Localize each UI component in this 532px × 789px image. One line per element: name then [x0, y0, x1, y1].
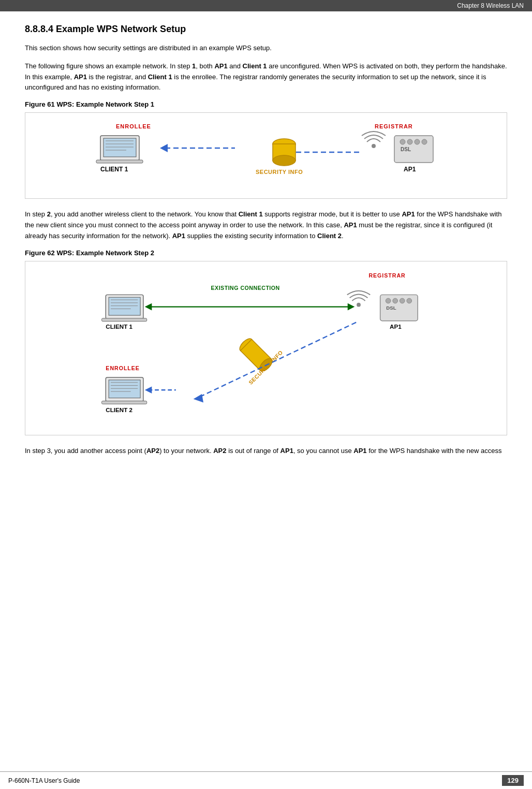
section-number: 8.8.8.4 — [25, 24, 53, 34]
svg-text:CLIENT 1: CLIENT 1 — [100, 166, 128, 173]
page: Chapter 8 Wireless LAN 8.8.8.4 Example W… — [0, 0, 532, 789]
svg-text:AP1: AP1 — [390, 323, 402, 330]
section-title: Example WPS Network Setup — [56, 24, 186, 34]
svg-text:REGISTRAR: REGISTRAR — [368, 272, 405, 279]
paragraph-2: The following figure shows an example ne… — [25, 61, 507, 93]
svg-text:ENROLLEE: ENROLLEE — [106, 364, 140, 371]
svg-rect-29 — [102, 318, 147, 321]
figure-62-label: Figure 62 WPS: Example Network Step 2 — [25, 249, 507, 257]
svg-point-38 — [357, 302, 361, 306]
svg-rect-55 — [102, 401, 147, 404]
page-number: 129 — [502, 775, 524, 786]
figure-62-diagram: REGISTRAR EXISTING CONNECTION CLIENT 1 — [38, 270, 494, 425]
svg-text:CLIENT 1: CLIENT 1 — [106, 323, 132, 330]
figure-61-label: Figure 61 WPS: Example Network Step 1 — [25, 100, 507, 108]
svg-text:SECURITY INFO: SECURITY INFO — [256, 169, 303, 175]
svg-marker-62 — [145, 386, 152, 393]
chapter-title: Chapter 8 Wireless LAN — [457, 2, 524, 9]
svg-point-44 — [407, 298, 412, 303]
figure-61-diagram: ENROLLEE REGISTRAR CLIENT 1 — [38, 121, 494, 188]
svg-text:REGISTRAR: REGISTRAR — [375, 123, 413, 129]
svg-rect-4 — [96, 160, 143, 163]
svg-text:CLIENT 2: CLIENT 2 — [106, 406, 132, 413]
svg-marker-36 — [145, 303, 152, 310]
svg-point-43 — [400, 298, 405, 303]
svg-text:EXISTING CONNECTION: EXISTING CONNECTION — [211, 284, 280, 290]
paragraph-4: In step 3, you add another access point … — [25, 446, 507, 457]
paragraph-1: This section shows how security settings… — [25, 43, 507, 54]
svg-point-17 — [372, 144, 376, 148]
svg-point-20 — [400, 139, 405, 144]
main-content: 8.8.8.4 Example WPS Network Setup This s… — [0, 11, 532, 771]
svg-point-22 — [415, 139, 420, 144]
svg-point-41 — [386, 298, 391, 303]
figure-61: ENROLLEE REGISTRAR CLIENT 1 — [25, 112, 507, 199]
svg-text:AP1: AP1 — [404, 166, 416, 173]
figure-62: REGISTRAR EXISTING CONNECTION CLIENT 1 — [25, 261, 507, 435]
svg-point-23 — [422, 139, 427, 144]
svg-text:DSL: DSL — [386, 305, 396, 311]
svg-point-14 — [273, 155, 295, 166]
footer: P-660N-T1A User's Guide 129 — [0, 771, 532, 789]
svg-point-42 — [393, 298, 398, 303]
svg-marker-11 — [160, 144, 168, 152]
chapter-header: Chapter 8 Wireless LAN — [0, 0, 532, 11]
paragraph-3: In step 2, you add another wireless clie… — [25, 209, 507, 241]
svg-point-21 — [407, 139, 412, 144]
svg-text:ENROLLEE: ENROLLEE — [116, 123, 151, 129]
svg-marker-37 — [348, 303, 355, 310]
guide-name: P-660N-T1A User's Guide — [8, 777, 80, 784]
section-heading: 8.8.8.4 Example WPS Network Setup — [25, 24, 507, 35]
svg-marker-51 — [194, 394, 203, 402]
svg-text:DSL: DSL — [401, 147, 411, 152]
